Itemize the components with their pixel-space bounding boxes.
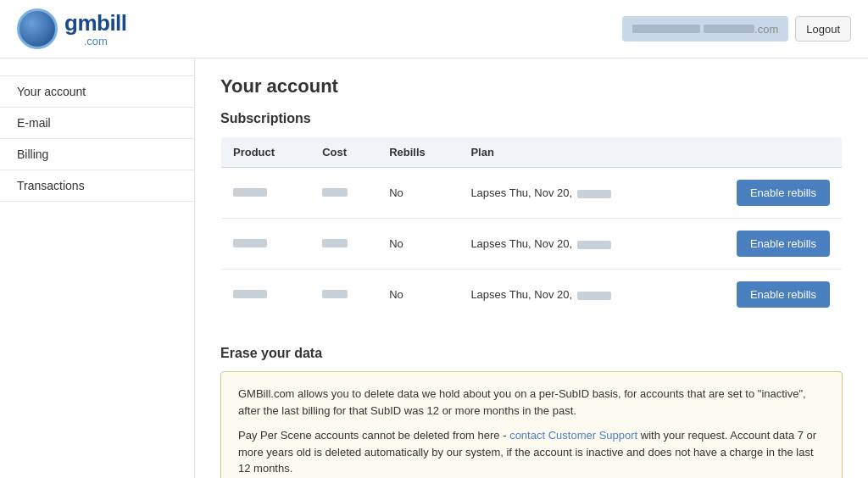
contact-support-link[interactable]: contact Customer Support xyxy=(509,429,637,442)
plan-blurred-2 xyxy=(577,241,611,249)
logo-com: .com xyxy=(64,36,127,47)
col-action xyxy=(682,137,843,168)
sidebar: Your account E-mail Billing Transactions xyxy=(0,58,195,478)
email-blur-2 xyxy=(704,25,754,33)
page-title: Your account xyxy=(220,75,843,97)
cost-blurred-3 xyxy=(322,290,348,298)
table-row: No Lapses Thu, Nov 20, Enable rebills xyxy=(221,168,843,219)
logo-area: gmbill .com xyxy=(17,8,127,49)
plan-blurred-1 xyxy=(577,190,611,198)
action-cell-3: Enable rebills xyxy=(682,270,843,320)
erase-title: Erase your data xyxy=(220,346,843,361)
col-plan: Plan xyxy=(459,137,682,168)
email-domain: .com xyxy=(754,23,778,36)
action-cell-2: Enable rebills xyxy=(682,219,843,270)
main-content: Your account Subscriptions Product Cost … xyxy=(195,58,868,478)
rebills-cell-2: No xyxy=(377,219,459,270)
action-cell-1: Enable rebills xyxy=(682,168,843,219)
cost-blurred-2 xyxy=(322,239,348,247)
erase-paragraph-2: Pay Per Scene accounts cannot be deleted… xyxy=(238,427,825,477)
rebills-cell-3: No xyxy=(377,270,459,320)
plan-cell-3: Lapses Thu, Nov 20, xyxy=(459,270,682,320)
col-cost: Cost xyxy=(310,137,377,168)
sidebar-item-your-account[interactable]: Your account xyxy=(0,75,194,108)
cost-cell-2 xyxy=(310,219,377,270)
subscriptions-title: Subscriptions xyxy=(220,111,843,126)
rebills-cell-1: No xyxy=(377,168,459,219)
cost-cell-3 xyxy=(310,270,377,320)
logo-icon xyxy=(17,8,58,49)
erase-p2-before: Pay Per Scene accounts cannot be deleted… xyxy=(238,429,509,442)
header-right: .com Logout xyxy=(622,16,851,42)
product-cell-1 xyxy=(221,168,311,219)
col-product: Product xyxy=(221,137,311,168)
product-blurred-3 xyxy=(233,290,267,298)
plan-text-3: Lapses Thu, Nov 20, xyxy=(470,288,572,301)
email-blur-1 xyxy=(632,25,700,33)
table-row: No Lapses Thu, Nov 20, Enable rebills xyxy=(221,219,843,270)
cost-cell-1 xyxy=(310,168,377,219)
header: gmbill .com .com Logout xyxy=(0,0,868,58)
plan-cell-2: Lapses Thu, Nov 20, xyxy=(459,219,682,270)
plan-blurred-3 xyxy=(577,292,611,300)
col-rebills: Rebills xyxy=(377,137,459,168)
enable-rebills-button-2[interactable]: Enable rebills xyxy=(737,231,830,257)
erase-box: GMBill.com allows you to delete data we … xyxy=(220,371,843,478)
product-blurred-2 xyxy=(233,239,267,247)
enable-rebills-button-3[interactable]: Enable rebills xyxy=(737,281,830,308)
product-cell-2 xyxy=(221,219,311,270)
sidebar-item-billing[interactable]: Billing xyxy=(0,139,194,170)
table-row: No Lapses Thu, Nov 20, Enable rebills xyxy=(221,270,843,320)
enable-rebills-button-1[interactable]: Enable rebills xyxy=(737,180,830,206)
erase-section: Erase your data GMBill.com allows you to… xyxy=(220,346,843,478)
sidebar-item-transactions[interactable]: Transactions xyxy=(0,170,194,202)
logout-button[interactable]: Logout xyxy=(795,16,851,42)
layout: Your account E-mail Billing Transactions… xyxy=(0,58,868,478)
logo-text: gmbill .com xyxy=(64,12,127,47)
sidebar-item-email[interactable]: E-mail xyxy=(0,108,194,139)
logo-gmbill: gmbill xyxy=(64,12,127,34)
table-header-row: Product Cost Rebills Plan xyxy=(221,137,843,168)
plan-text-1: Lapses Thu, Nov 20, xyxy=(470,186,572,199)
product-cell-3 xyxy=(221,270,311,320)
plan-cell-1: Lapses Thu, Nov 20, xyxy=(459,168,682,219)
subscriptions-table: Product Cost Rebills Plan No Lapses Thu,… xyxy=(220,136,843,320)
user-email-display: .com xyxy=(622,16,788,42)
product-blurred-1 xyxy=(233,188,267,197)
plan-text-2: Lapses Thu, Nov 20, xyxy=(470,237,572,250)
erase-paragraph-1: GMBill.com allows you to delete data we … xyxy=(238,386,825,419)
cost-blurred-1 xyxy=(322,188,348,197)
